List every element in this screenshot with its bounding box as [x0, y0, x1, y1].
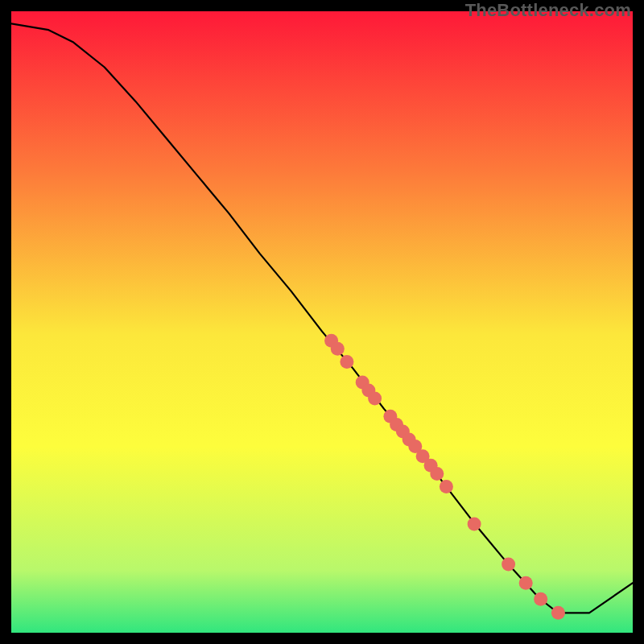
data-point	[430, 467, 444, 481]
attribution-text: TheBottleneck.com	[465, 0, 631, 21]
data-point	[502, 558, 515, 572]
data-point	[440, 480, 453, 493]
plot-area	[11, 11, 633, 633]
data-point	[340, 355, 353, 369]
chart-svg	[11, 11, 633, 633]
data-point	[519, 576, 533, 590]
data-point	[551, 606, 565, 620]
data-point	[534, 592, 547, 606]
data-point	[331, 342, 345, 356]
data-point	[368, 392, 382, 406]
chart-frame: TheBottleneck.com	[0, 0, 644, 644]
data-point	[468, 517, 481, 530]
gradient-bg	[11, 11, 633, 633]
